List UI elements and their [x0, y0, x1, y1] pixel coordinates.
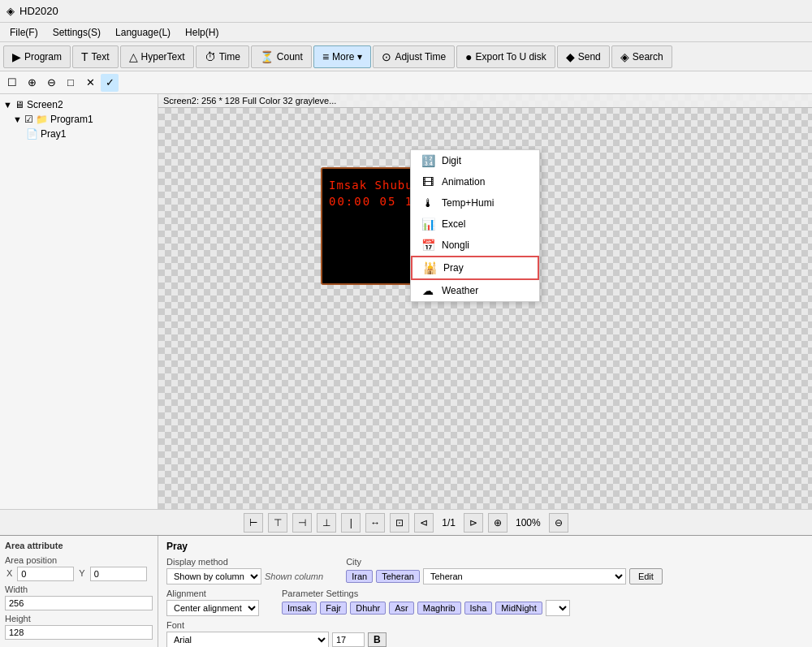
pray-panel: Pray Display method Shown by column Show… — [158, 536, 812, 647]
delete-icon[interactable]: ✕ — [81, 74, 99, 92]
x-input[interactable] — [17, 567, 74, 581]
app-title: HD2020 — [19, 5, 58, 17]
sidebar-item-pray1[interactable]: 📄 Pray1 — [0, 127, 158, 141]
export-button[interactable]: ● Export To U disk — [456, 45, 555, 68]
weather-icon: ☁ — [421, 284, 435, 297]
city-label: City — [346, 557, 435, 567]
main-container: ▼ 🖥 Screen2 ▼ ☑ 📁 Program1 📄 Pray1 Scree… — [0, 94, 812, 509]
param-isha[interactable]: Isha — [464, 602, 493, 615]
font-size-input[interactable] — [332, 632, 365, 647]
param-maghrib[interactable]: Maghrib — [417, 602, 461, 615]
app-logo: ◈ — [6, 5, 15, 17]
search-button[interactable]: ◈ Search — [611, 45, 672, 68]
area-attr-title: Area attribute — [5, 541, 153, 550]
menu-language[interactable]: Language(L) — [109, 25, 177, 40]
dropdown-item-weather[interactable]: ☁ Weather — [411, 280, 539, 301]
sidebar-pray1-label: Pray1 — [41, 128, 66, 140]
nav-up[interactable]: ⊤ — [268, 513, 287, 533]
menu-help[interactable]: Help(H) — [179, 25, 225, 40]
dropdown-item-nongli[interactable]: 📅 Nongli — [411, 235, 539, 256]
dropdown-item-digit[interactable]: 🔢 Digit — [411, 150, 539, 171]
edit-button[interactable]: Edit — [629, 568, 663, 584]
adjust-time-icon: ⊙ — [382, 50, 391, 63]
menubar: File(F) Settings(S) Language(L) Help(H) — [0, 23, 812, 42]
excel-icon: 📊 — [421, 218, 435, 231]
pray-file-icon: 📄 — [26, 128, 38, 140]
sidebar: ▼ 🖥 Screen2 ▼ ☑ 📁 Program1 📄 Pray1 — [0, 94, 158, 509]
height-label: Height — [5, 614, 153, 623]
nav-next-page[interactable]: ⊳ — [464, 513, 483, 533]
export-icon: ● — [465, 50, 472, 63]
menu-file[interactable]: File(F) — [3, 25, 45, 40]
y-label: Y — [77, 567, 86, 581]
city-select[interactable]: Teheran — [423, 568, 626, 584]
sidebar-screen2-label: Screen2 — [27, 99, 63, 110]
dropdown-item-animation[interactable]: 🎞 Animation — [411, 171, 539, 192]
nav-center-h[interactable]: ↔ — [365, 513, 385, 533]
dropdown-item-temp-humi[interactable]: 🌡 Temp+Humi — [411, 192, 539, 214]
iran-tag[interactable]: Iran — [346, 570, 373, 583]
nav-first[interactable]: ⊢ — [244, 513, 263, 533]
time-icon: ⏱ — [205, 50, 216, 63]
search-icon: ◈ — [620, 50, 629, 63]
display-method-label: Display method — [166, 557, 256, 567]
copy-icon[interactable]: ⊕ — [23, 74, 41, 92]
program-button[interactable]: ▶ Program — [3, 45, 71, 68]
param-midnight[interactable]: MidNight — [495, 602, 542, 615]
height-input[interactable] — [5, 625, 153, 640]
menu-settings[interactable]: Settings(S) — [46, 25, 107, 40]
sidebar-item-program1[interactable]: ▼ ☑ 📁 Program1 — [0, 112, 158, 127]
param-imsak[interactable]: Imsak — [282, 602, 317, 615]
sidebar-item-screen2[interactable]: ▼ 🖥 Screen2 — [0, 97, 158, 112]
nav-down[interactable]: ⊥ — [317, 513, 336, 533]
param-dhuhr[interactable]: Dhuhr — [350, 602, 386, 615]
confirm-icon[interactable]: ✓ — [101, 74, 119, 92]
count-button[interactable]: ⏳ Count — [251, 45, 312, 68]
nav-last[interactable]: ⊣ — [292, 513, 312, 533]
more-icon: ≡ — [322, 50, 329, 63]
toolbar: ▶ Program T Text △ HyperText ⏱ Time ⏳ Co… — [0, 42, 812, 71]
nav-zoom-out[interactable]: ⊖ — [549, 513, 568, 533]
param-asr[interactable]: Asr — [389, 602, 414, 615]
more-dropdown-menu: 🔢 Digit 🎞 Animation 🌡 Temp+Humi 📊 Excel … — [410, 149, 540, 302]
area-attribute-panel: Area attribute Area position X Y Width H… — [0, 536, 158, 647]
area-position-label: Area position — [5, 555, 153, 565]
teheran-tag[interactable]: Teheran — [376, 570, 420, 583]
icon-toolbar: ☐ ⊕ ⊖ □ ✕ ✓ — [0, 71, 812, 94]
dropdown-item-excel[interactable]: 📊 Excel — [411, 214, 539, 235]
nav-fit[interactable]: ⊡ — [390, 513, 409, 533]
text-button[interactable]: T Text — [72, 45, 119, 68]
nav-center-v[interactable]: | — [341, 513, 361, 533]
font-select[interactable]: Arial — [166, 632, 329, 647]
param-fajr[interactable]: Fajr — [320, 602, 347, 615]
width-input[interactable] — [5, 596, 153, 610]
nav-prev-page[interactable]: ⊲ — [414, 513, 434, 533]
paste-icon[interactable]: ⊖ — [42, 74, 60, 92]
hypertext-icon: △ — [129, 50, 138, 63]
adjust-time-button[interactable]: ⊙ Adjust Time — [373, 45, 455, 68]
alignment-select[interactable]: Center alignment Left alignment Right al… — [166, 600, 259, 616]
animation-icon: 🎞 — [421, 175, 435, 188]
display-method-select[interactable]: Shown by column Shown by row — [166, 568, 261, 584]
screen-icon: 🖥 — [15, 99, 24, 110]
program-icon: ▶ — [12, 50, 21, 63]
cut-icon[interactable]: □ — [62, 74, 80, 92]
time-button[interactable]: ⏱ Time — [196, 45, 249, 68]
canvas-info: Screen2: 256 * 128 Full Color 32 graylev… — [158, 94, 812, 108]
param-select[interactable]: ▾ — [546, 600, 570, 616]
zoom-level: 100% — [516, 517, 541, 528]
page-indicator: 1/1 — [438, 517, 459, 528]
hypertext-button[interactable]: △ HyperText — [120, 45, 194, 68]
checkbox-program[interactable]: ☑ — [24, 114, 33, 125]
nav-zoom-mode[interactable]: ⊕ — [488, 513, 508, 533]
nongli-icon: 📅 — [421, 239, 435, 252]
bold-button[interactable]: B — [368, 632, 387, 647]
dropdown-item-pray[interactable]: 🕌 Pray — [411, 256, 539, 280]
more-button[interactable]: ≡ More ▾ — [313, 45, 372, 68]
y-input[interactable] — [90, 567, 147, 581]
canvas-area: Screen2: 256 * 128 Full Color 32 graylev… — [158, 94, 812, 509]
new-icon[interactable]: ☐ — [3, 74, 21, 92]
send-button[interactable]: ◆ Send — [557, 45, 610, 68]
sidebar-program1-label: Program1 — [50, 114, 93, 125]
digit-icon: 🔢 — [421, 154, 435, 167]
